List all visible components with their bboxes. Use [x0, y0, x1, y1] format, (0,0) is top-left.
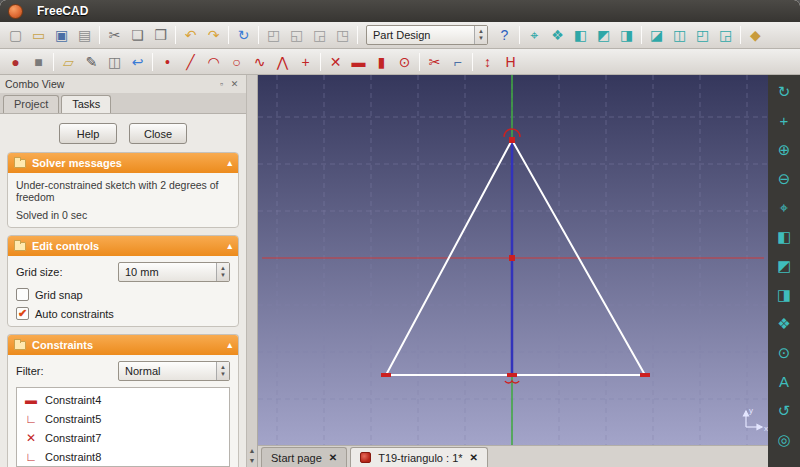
grid-snap-row[interactable]: ✔ Grid snap — [16, 288, 230, 301]
spin-up-icon[interactable]: ▲ — [478, 28, 484, 35]
constrain-coincident-button[interactable]: ✕ — [324, 51, 347, 73]
right-view-button[interactable]: ◨ — [615, 24, 638, 46]
grid-size-select[interactable]: 10 mm ▲▼ — [118, 262, 230, 282]
collapse-icon[interactable]: ▴ — [227, 241, 232, 251]
auto-constraints-checkbox[interactable]: ✔ — [16, 307, 29, 320]
sketch-canvas[interactable]: x y — [258, 75, 768, 445]
spin-up-icon[interactable]: ▲ — [220, 364, 226, 371]
macro-stop-button[interactable]: ■ — [27, 51, 50, 73]
sketch-bspline-button[interactable]: ∿ — [248, 51, 271, 73]
3d-viewport[interactable]: x y — [258, 75, 768, 445]
left-view-button[interactable]: ◰ — [691, 24, 714, 46]
sketch-vertex-apex[interactable] — [509, 137, 515, 143]
right-view-button[interactable]: ◨ — [772, 283, 796, 306]
sketch-coordinate-button[interactable]: + — [294, 51, 317, 73]
rotate-ccw-button[interactable]: ↺ — [772, 399, 796, 422]
paste-button[interactable]: ❒ — [149, 24, 172, 46]
box-edge-button[interactable]: ◲ — [308, 24, 331, 46]
constraint-row[interactable]: ▬ Constraint4 — [17, 390, 229, 409]
pan-button[interactable]: + — [772, 109, 796, 132]
constrain-vertical-distance-button[interactable]: ↕ — [476, 51, 499, 73]
tab-document[interactable]: T19-triangulo : 1* ✕ — [350, 447, 488, 467]
close-tab-icon[interactable]: ✕ — [470, 452, 478, 463]
grid-snap-checkbox[interactable]: ✔ — [16, 288, 29, 301]
float-panel-icon[interactable]: ▫ — [215, 79, 228, 89]
macro-record-button[interactable]: ● — [4, 51, 27, 73]
orbit-button[interactable]: ↻ — [772, 80, 796, 103]
sketch-vertex-right[interactable] — [640, 373, 650, 377]
spin-up-icon[interactable]: ▲ — [220, 265, 226, 272]
iso-view-button[interactable]: ◲ — [714, 24, 737, 46]
close-task-button[interactable]: Close — [129, 123, 187, 144]
whats-this-button[interactable]: ? — [493, 24, 516, 46]
close-panel-icon[interactable]: ✕ — [228, 79, 241, 89]
front-view-button[interactable]: ◧ — [569, 24, 592, 46]
axis-cross-button[interactable]: A — [772, 370, 796, 393]
constrain-lock-button[interactable]: ⊙ — [393, 51, 416, 73]
redo-button[interactable]: ↷ — [202, 24, 225, 46]
solver-messages-header[interactable]: Solver messages ▴ — [8, 153, 238, 173]
new-sketch-button[interactable]: ▱ — [57, 51, 80, 73]
constrain-horizontal-distance-button[interactable]: H — [499, 51, 522, 73]
leave-sketch-button[interactable]: ↩ — [126, 51, 149, 73]
spin-down-icon[interactable]: ▼ — [220, 371, 226, 378]
constrain-horizontal-button[interactable]: ▬ — [347, 51, 370, 73]
collapse-icon[interactable]: ▴ — [227, 158, 232, 168]
scroll-down-icon[interactable]: ▼ — [249, 457, 256, 464]
help-button[interactable]: Help — [59, 123, 117, 144]
copy-button[interactable]: ❏ — [126, 24, 149, 46]
sketch-line-button[interactable]: ╱ — [179, 51, 202, 73]
constrain-vertical-button[interactable]: ▮ — [370, 51, 393, 73]
new-file-button[interactable]: ▢ — [4, 24, 27, 46]
spin-down-icon[interactable]: ▼ — [220, 272, 226, 279]
external-geometry-button[interactable]: ⌐ — [446, 51, 469, 73]
constraint-row[interactable]: ∟ Constraint5 — [17, 409, 229, 428]
box-element-button[interactable]: ◰ — [262, 24, 285, 46]
undo-button[interactable]: ↶ — [179, 24, 202, 46]
sketch-base-midpoint[interactable] — [507, 373, 517, 377]
spin-down-icon[interactable]: ▼ — [478, 35, 484, 42]
top-view-button[interactable]: ◩ — [772, 254, 796, 277]
sketch-origin-point[interactable] — [509, 255, 515, 261]
sketch-vertex-left[interactable] — [381, 373, 391, 377]
measure-distance-button[interactable]: ◆ — [744, 24, 767, 46]
fit-view-button[interactable]: ⌖ — [772, 196, 796, 219]
box-vertex-button[interactable]: ◳ — [331, 24, 354, 46]
center-view-button[interactable]: ◎ — [772, 428, 796, 451]
fit-all-button[interactable]: ⌖ — [523, 24, 546, 46]
sketch-polyline-button[interactable]: ⋀ — [271, 51, 294, 73]
tab-tasks[interactable]: Tasks — [61, 95, 111, 113]
lock-view-button[interactable]: ⊙ — [772, 341, 796, 364]
auto-constraints-row[interactable]: ✔ Auto constraints — [16, 307, 230, 320]
tab-start-page[interactable]: Start page ✕ — [261, 447, 347, 467]
constraints-header[interactable]: Constraints ▴ — [8, 335, 238, 355]
open-file-button[interactable]: ▭ — [27, 24, 50, 46]
print-button[interactable]: ▤ — [73, 24, 96, 46]
map-sketch-button[interactable]: ◫ — [103, 51, 126, 73]
bottom-view-button[interactable]: ◫ — [668, 24, 691, 46]
sketch-point-button[interactable]: • — [156, 51, 179, 73]
constraint-row[interactable]: ✕ Constraint7 — [17, 428, 229, 447]
workbench-selector[interactable]: Part Design ▲▼ — [366, 25, 488, 45]
scroll-up-icon[interactable]: ▲ — [249, 447, 256, 454]
edit-controls-header[interactable]: Edit controls ▴ — [8, 236, 238, 256]
filter-select[interactable]: Normal ▲▼ — [118, 361, 230, 381]
sketch-arc-button[interactable]: ◠ — [202, 51, 225, 73]
constraint-row[interactable]: ∟ Constraint8 — [17, 447, 229, 466]
edit-sketch-button[interactable]: ✎ — [80, 51, 103, 73]
zoom-in-button[interactable]: ⊕ — [772, 138, 796, 161]
window-close-button[interactable] — [8, 4, 23, 19]
box-face-button[interactable]: ◱ — [285, 24, 308, 46]
top-view-button[interactable]: ◩ — [592, 24, 615, 46]
sketch-circle-button[interactable]: ○ — [225, 51, 248, 73]
rear-view-button[interactable]: ◪ — [645, 24, 668, 46]
refresh-button[interactable]: ↻ — [232, 24, 255, 46]
trim-edge-button[interactable]: ✂ — [423, 51, 446, 73]
front-view-button[interactable]: ◧ — [772, 225, 796, 248]
collapse-icon[interactable]: ▴ — [227, 340, 232, 350]
zoom-out-button[interactable]: ⊖ — [772, 167, 796, 190]
axonometric-view-button[interactable]: ❖ — [546, 24, 569, 46]
save-file-button[interactable]: ▣ — [50, 24, 73, 46]
cut-button[interactable]: ✂ — [103, 24, 126, 46]
axonometric-view-button[interactable]: ❖ — [772, 312, 796, 335]
